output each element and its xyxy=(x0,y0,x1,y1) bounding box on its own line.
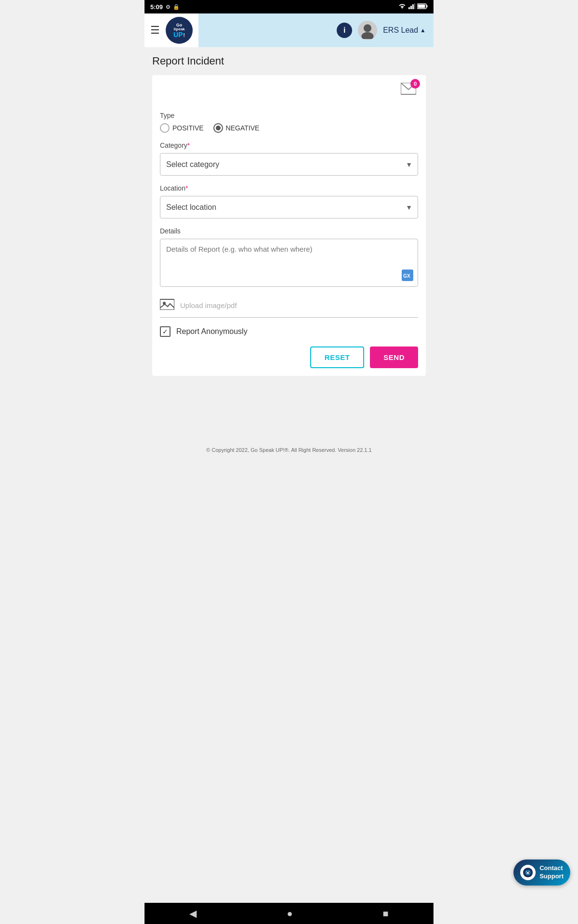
category-section: Category* Select category ▼ xyxy=(160,141,418,176)
send-button[interactable]: SEND xyxy=(370,346,418,368)
details-label: Details xyxy=(160,227,418,235)
positive-radio-circle xyxy=(160,123,170,133)
message-badge: 0 xyxy=(410,79,420,89)
svg-text:G: G xyxy=(403,273,407,279)
negative-label: NEGATIVE xyxy=(226,124,260,132)
svg-rect-0 xyxy=(408,7,410,9)
app-logo: Go Speak UP ! xyxy=(166,17,193,44)
details-textarea-wrapper: G X xyxy=(160,239,418,289)
svg-rect-3 xyxy=(414,3,415,9)
reset-button[interactable]: RESET xyxy=(310,346,365,368)
user-name-text: ERS Lead xyxy=(383,26,418,35)
wifi-icon xyxy=(398,3,407,11)
category-label: Category* xyxy=(160,141,418,149)
upload-label: Upload image/pdf xyxy=(180,301,237,309)
header-right: i ERS Lead ▲ xyxy=(198,13,434,47)
info-icon: i xyxy=(343,26,345,35)
upload-row[interactable]: Upload image/pdf xyxy=(160,297,418,318)
user-name-display[interactable]: ERS Lead ▲ xyxy=(383,26,426,35)
type-section: Type POSITIVE NEGATIVE xyxy=(160,112,418,133)
details-textarea[interactable] xyxy=(160,239,418,287)
category-select[interactable]: Select category xyxy=(160,153,418,176)
avatar-icon xyxy=(359,22,376,39)
svg-point-8 xyxy=(362,32,374,39)
upload-section: Upload image/pdf xyxy=(160,297,418,318)
button-row: RESET SEND xyxy=(160,346,418,368)
time-display: 5:09 xyxy=(150,3,163,11)
logo-exclaim: ! xyxy=(184,33,185,38)
svg-rect-13 xyxy=(160,299,174,310)
type-radio-group: POSITIVE NEGATIVE xyxy=(160,123,418,133)
svg-rect-1 xyxy=(410,6,412,9)
signal-icon xyxy=(408,3,415,11)
logo-up: UP xyxy=(173,31,183,38)
positive-label: POSITIVE xyxy=(172,124,204,132)
anonymous-checkbox: ✓ xyxy=(160,326,171,337)
anonymous-section: ✓ Report Anonymously xyxy=(160,326,418,337)
svg-point-7 xyxy=(364,24,371,32)
pocket-icon: ⊙ xyxy=(166,4,170,10)
status-bar: 5:09 ⊙ 🔒 xyxy=(144,0,434,13)
negative-radio-circle xyxy=(213,123,223,133)
category-required-star: * xyxy=(187,141,190,149)
header: ☰ Go Speak UP ! i ERS Lead ▲ xyxy=(144,13,434,47)
anonymous-label: Report Anonymously xyxy=(176,327,248,336)
message-button[interactable]: 0 xyxy=(401,83,416,99)
type-label: Type xyxy=(160,112,418,119)
user-avatar xyxy=(358,21,377,40)
page-content: Report Incident 0 Type POSITIVE xyxy=(144,47,434,441)
location-section: Location* Select location ▼ xyxy=(160,184,418,218)
content-spacer xyxy=(152,376,426,434)
footer: © Copyright 2022, Go Speak UP!®. All Rig… xyxy=(144,441,434,459)
footer-text: © Copyright 2022, Go Speak UP!®. All Rig… xyxy=(206,447,371,453)
info-button[interactable]: i xyxy=(337,23,352,38)
radio-positive[interactable]: POSITIVE xyxy=(160,123,204,133)
translate-icon[interactable]: G X xyxy=(402,270,413,284)
lock-icon: 🔒 xyxy=(173,4,180,10)
location-required-star: * xyxy=(185,184,188,192)
svg-rect-2 xyxy=(412,4,414,9)
top-spacer xyxy=(160,83,418,112)
location-select[interactable]: Select location xyxy=(160,196,418,218)
status-bar-left: 5:09 ⊙ 🔒 xyxy=(150,3,180,11)
category-dropdown-wrapper: Select category ▼ xyxy=(160,153,418,176)
svg-text:X: X xyxy=(407,273,410,279)
details-section: Details G X xyxy=(160,227,418,289)
svg-rect-5 xyxy=(427,5,428,7)
svg-rect-6 xyxy=(418,4,425,8)
page-title: Report Incident xyxy=(152,55,426,67)
radio-negative[interactable]: NEGATIVE xyxy=(213,123,260,133)
upload-icon xyxy=(160,297,174,313)
header-left: ☰ Go Speak UP ! xyxy=(144,13,198,47)
anonymous-checkbox-row[interactable]: ✓ Report Anonymously xyxy=(160,326,418,337)
location-label: Location* xyxy=(160,184,418,192)
form-card: 0 Type POSITIVE NEGATIVE Category* xyxy=(152,75,426,376)
hamburger-menu[interactable]: ☰ xyxy=(150,24,160,37)
chevron-up-icon: ▲ xyxy=(420,27,426,34)
location-dropdown-wrapper: Select location ▼ xyxy=(160,196,418,218)
status-bar-right xyxy=(398,3,428,11)
battery-icon xyxy=(417,3,428,11)
